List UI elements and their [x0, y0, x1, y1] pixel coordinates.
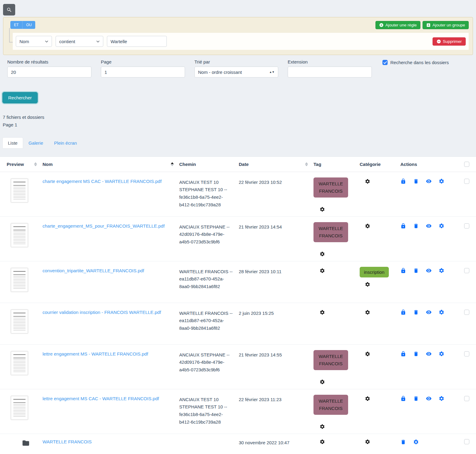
document-thumbnail[interactable] [11, 396, 28, 420]
file-name-link[interactable]: convention_tripartite_WARTELLE_FRANCOIS.… [43, 268, 150, 273]
eye-icon[interactable] [426, 223, 432, 229]
header-nom[interactable]: Nom [43, 162, 179, 167]
operator-ou-button[interactable]: OU [22, 21, 35, 29]
table-row: convention_tripartite_WARTELLE_FRANCOIS.… [0, 261, 476, 303]
file-name-link[interactable]: courrier validation inscription - FRANCO… [43, 310, 167, 315]
document-thumbnail[interactable] [11, 268, 28, 292]
rule-field-select[interactable]: Nom [16, 36, 52, 47]
tag-settings-gear-icon[interactable] [320, 207, 325, 212]
gear-icon[interactable] [439, 309, 444, 315]
eye-icon[interactable] [426, 396, 432, 401]
row-checkbox[interactable] [464, 396, 469, 401]
tag-settings-gear-icon[interactable] [320, 379, 325, 385]
add-rule-button[interactable]: Ajouter une règle [375, 21, 420, 29]
extension-input[interactable] [288, 67, 372, 77]
header-chemin[interactable]: Chemin [179, 162, 239, 167]
results-count-input[interactable] [7, 67, 91, 77]
tag-settings-gear-icon[interactable] [320, 268, 325, 273]
tab-galerie[interactable]: Galerie [23, 137, 49, 149]
category-settings-gear-icon[interactable] [365, 310, 370, 315]
search-toggle-button[interactable] [3, 4, 15, 15]
lock-icon[interactable] [400, 268, 406, 273]
category-settings-gear-icon[interactable] [365, 179, 370, 184]
sort-asc-icon[interactable] [171, 162, 174, 166]
tag-settings-gear-icon[interactable] [320, 251, 325, 257]
tag-settings-gear-icon[interactable] [320, 310, 325, 315]
lock-icon[interactable] [400, 178, 406, 184]
search-in-folders-checkbox[interactable] [382, 60, 388, 65]
results-table: Preview Nom Chemin Date Tag Catégorie Ac… [0, 156, 476, 454]
category-settings-gear-icon[interactable] [365, 439, 370, 445]
file-date: 28 février 2023 10:11 [239, 261, 313, 303]
gear-icon[interactable] [439, 396, 444, 401]
document-thumbnail[interactable] [11, 223, 28, 247]
gear-icon[interactable] [439, 178, 444, 184]
sort-icon[interactable] [34, 162, 37, 166]
tag-settings-gear-icon[interactable] [320, 439, 325, 445]
header-tag: Tag [313, 162, 360, 167]
lock-icon[interactable] [400, 309, 406, 315]
gear-icon[interactable] [439, 351, 444, 357]
sort-select[interactable]: Nom - ordre croissant ▲▼ [194, 67, 278, 77]
search-button[interactable]: Rechercher [2, 92, 38, 103]
document-thumbnail[interactable] [11, 351, 28, 375]
tab-liste[interactable]: Liste [2, 137, 23, 149]
category-settings-gear-icon[interactable] [365, 396, 370, 401]
page-input[interactable] [101, 67, 185, 77]
category-badge: inscription [360, 267, 389, 277]
header-preview[interactable]: Preview [7, 162, 43, 167]
header-categorie: Catégorie [360, 162, 400, 167]
lock-icon[interactable] [400, 223, 406, 229]
trash-icon[interactable] [413, 178, 419, 184]
table-row: courrier validation inscription - FRANCO… [0, 303, 476, 344]
eye-icon[interactable] [426, 309, 432, 315]
category-settings-gear-icon[interactable] [365, 223, 370, 229]
eye-icon[interactable] [426, 268, 432, 273]
table-header-row: Preview Nom Chemin Date Tag Catégorie Ac… [0, 157, 476, 172]
tag-settings-gear-icon[interactable] [320, 424, 325, 429]
header-date[interactable]: Date [239, 162, 313, 167]
tab-plein-ecran[interactable]: Plein écran [49, 137, 82, 149]
view-tabs: Liste Galerie Plein écran [2, 137, 476, 149]
lock-icon[interactable] [400, 396, 406, 401]
query-builder-panel: ET OU Ajouter une règle Ajouter un group… [3, 17, 473, 55]
gear-icon[interactable] [413, 439, 419, 445]
trash-icon[interactable] [400, 439, 406, 445]
trash-icon[interactable] [413, 396, 419, 401]
row-checkbox[interactable] [464, 439, 469, 444]
extension-label: Extension [288, 59, 372, 64]
trash-icon[interactable] [413, 223, 419, 229]
add-group-button[interactable]: Ajouter un groupe [423, 21, 469, 29]
document-thumbnail[interactable] [11, 179, 28, 202]
row-checkbox[interactable] [464, 179, 469, 184]
rule-value-input[interactable] [107, 36, 167, 47]
file-name-link[interactable]: charte engagement MS CAC - WARTELLE FRAN… [43, 179, 168, 184]
row-checkbox[interactable] [464, 223, 469, 229]
gear-icon[interactable] [439, 268, 444, 273]
select-all-checkbox[interactable] [464, 162, 469, 167]
minus-circle-icon [437, 39, 441, 44]
row-checkbox[interactable] [464, 268, 469, 273]
file-name-link[interactable]: lettre engagement MS - WARTELLE FRANCOIS… [43, 351, 154, 356]
file-name-link[interactable]: charte_engagement_MS_pour_FRANCOIS_WARTE… [43, 223, 171, 229]
lock-icon[interactable] [400, 351, 406, 357]
file-name-link[interactable]: lettre engagement MS CAC - WARTELLE FRAN… [43, 396, 165, 401]
file-name-link[interactable]: WARTELLE FRANCOIS [43, 439, 98, 444]
sort-icon[interactable] [305, 162, 308, 166]
gear-icon[interactable] [439, 223, 444, 229]
sort-label: Trié par [194, 59, 278, 64]
trash-icon[interactable] [413, 309, 419, 315]
eye-icon[interactable] [426, 351, 432, 357]
row-checkbox[interactable] [464, 310, 469, 315]
trash-icon[interactable] [413, 351, 419, 357]
file-date: 21 février 2023 14:54 [239, 217, 313, 261]
category-settings-gear-icon[interactable] [365, 282, 370, 287]
category-settings-gear-icon[interactable] [365, 351, 370, 357]
trash-icon[interactable] [413, 268, 419, 273]
document-thumbnail[interactable] [11, 310, 28, 333]
eye-icon[interactable] [426, 178, 432, 184]
delete-rule-button[interactable]: Supprimer [433, 37, 466, 46]
results-page-text: Page 1 [3, 121, 476, 129]
rule-operator-select[interactable]: contient [56, 36, 103, 47]
row-checkbox[interactable] [464, 351, 469, 356]
